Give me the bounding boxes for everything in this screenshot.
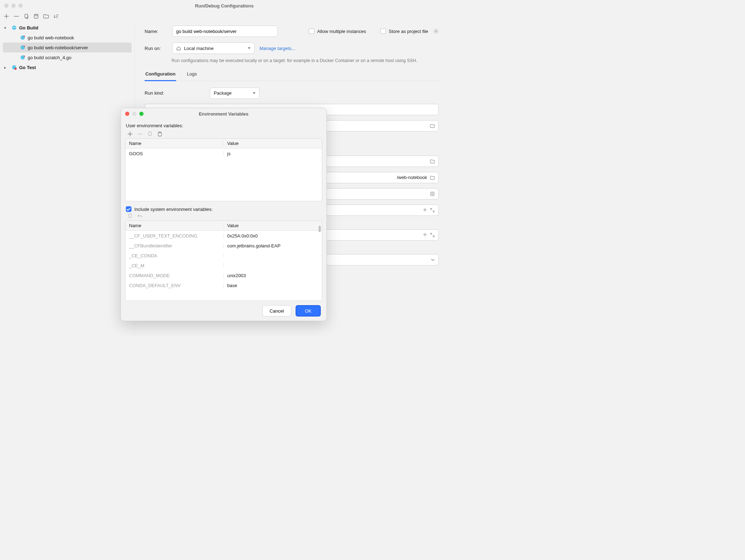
name-label: Name: — [145, 29, 167, 34]
cell-value: js — [224, 151, 322, 156]
tree-node-go-build[interactable]: ▾ Go Build — [3, 23, 131, 33]
expand-icon[interactable] — [430, 208, 435, 213]
chevron-down-icon[interactable]: ▾ — [4, 26, 9, 30]
user-env-table[interactable]: Name Value GOOS js — [125, 138, 322, 201]
run-on-value: Local machine — [184, 46, 214, 51]
cancel-button[interactable]: Cancel — [262, 305, 291, 317]
tree-label: Go Test — [19, 65, 36, 70]
copy-icon[interactable] — [127, 213, 133, 219]
save-icon[interactable] — [33, 13, 39, 19]
remove-icon[interactable] — [137, 131, 143, 137]
undo-icon[interactable] — [137, 213, 143, 219]
col-header-name: Name — [125, 141, 224, 146]
add-icon[interactable] — [423, 208, 427, 212]
allow-multiple-checkbox[interactable]: Allow multiple instances — [309, 28, 366, 34]
cell-name: _CE_CONDA — [125, 253, 224, 258]
tree-item[interactable]: go build scratch_4.go — [3, 52, 131, 62]
cell-value: 0x25A:0x0:0x0 — [224, 233, 322, 239]
store-project-label: Store as project file — [389, 29, 428, 34]
tab-configuration[interactable]: Configuration — [145, 69, 176, 81]
table-row[interactable]: __CFBundleIdentifiercom.jetbrains.goland… — [125, 241, 322, 251]
sys-env-table[interactable]: Name Value __CF_USER_TEXT_ENCODING0x25A:… — [125, 220, 322, 301]
remove-icon[interactable] — [13, 13, 19, 19]
store-project-checkbox[interactable]: Store as project file — [380, 28, 428, 34]
svg-rect-2 — [35, 15, 37, 16]
cell-value: base — [224, 283, 322, 288]
tree-item-label: go build web-notebook — [28, 35, 74, 40]
user-env-label: User environment variables: — [125, 122, 322, 130]
col-header-value: Value — [224, 141, 322, 146]
svg-point-10 — [15, 68, 17, 70]
dialog-traffic-lights[interactable] — [125, 112, 144, 116]
tab-logs[interactable]: Logs — [186, 69, 197, 81]
svg-point-4 — [13, 27, 14, 28]
folder-icon[interactable] — [430, 123, 435, 128]
run-kind-label: Run kind: — [145, 90, 205, 96]
cell-name: _CE_M — [125, 263, 224, 268]
run-on-select[interactable]: Local machine — [172, 43, 254, 54]
cell-name: __CFBundleIdentifier — [125, 243, 224, 248]
add-icon[interactable] — [4, 13, 9, 19]
run-on-label: Run on: — [145, 46, 167, 51]
gopher-icon — [11, 65, 17, 70]
svg-point-5 — [15, 27, 15, 28]
table-row[interactable]: COMMAND_MODEunix2003 — [125, 270, 322, 280]
table-row[interactable]: __CF_USER_TEXT_ENCODING0x25A:0x0:0x0 — [125, 231, 322, 241]
tree-item-label: go build scratch_4.go — [28, 55, 72, 60]
cell-value: unix2003 — [224, 273, 322, 278]
col-header-name: Name — [125, 223, 224, 228]
run-kind-select[interactable]: Package — [210, 88, 259, 99]
svg-rect-0 — [25, 14, 28, 18]
add-icon[interactable] — [423, 233, 427, 237]
working-dir-value: /web-notebook — [397, 175, 427, 180]
cell-name: CONDA_DEFAULT_ENV — [125, 283, 224, 288]
include-sys-checkbox[interactable]: Include system environment variables: — [125, 206, 322, 212]
paste-icon[interactable] — [157, 131, 163, 137]
gopher-icon — [20, 35, 26, 40]
run-on-help: Run configurations may be executed local… — [172, 57, 439, 64]
allow-multiple-label: Allow multiple instances — [317, 29, 366, 34]
dialog-title: Environment Variables — [199, 111, 248, 117]
cell-name: GOOS — [125, 151, 224, 156]
tree-item[interactable]: go build web-notebook — [3, 33, 131, 43]
gopher-icon — [11, 25, 17, 30]
gopher-icon — [20, 45, 26, 50]
tree-item-label: go build web-notebook/server — [28, 45, 88, 50]
name-input[interactable] — [172, 26, 278, 37]
tree-node-go-test[interactable]: ▸ Go Test — [3, 62, 131, 72]
col-header-value: Value — [224, 223, 322, 228]
tree-item[interactable]: go build web-notebook/server — [3, 43, 131, 52]
home-icon — [176, 46, 181, 51]
list-icon[interactable] — [430, 191, 435, 196]
include-sys-label: Include system environment variables: — [134, 207, 213, 212]
folder-icon[interactable] — [430, 175, 435, 180]
gopher-icon — [20, 55, 26, 60]
copy-icon[interactable] — [147, 131, 153, 137]
chevron-down-icon — [431, 258, 435, 262]
sort-icon[interactable] — [53, 13, 59, 19]
svg-rect-13 — [149, 132, 151, 135]
folder-icon[interactable] — [430, 159, 435, 164]
table-row[interactable]: _CE_M — [125, 261, 322, 270]
svg-rect-1 — [34, 15, 38, 18]
table-row[interactable]: GOOS js — [125, 149, 322, 158]
copy-icon[interactable] — [23, 13, 29, 19]
folder-icon[interactable] — [43, 13, 49, 19]
expand-icon[interactable] — [430, 233, 435, 237]
chevron-right-icon[interactable]: ▸ — [4, 66, 9, 69]
scrollbar[interactable] — [319, 226, 321, 232]
svg-point-11 — [435, 30, 437, 32]
ok-button[interactable]: OK — [296, 305, 321, 317]
add-icon[interactable] — [127, 131, 133, 137]
gear-icon[interactable] — [433, 28, 439, 34]
cell-value: com.jetbrains.goland-EAP — [224, 243, 322, 248]
env-vars-dialog: Environment Variables User environment v… — [121, 108, 327, 321]
config-tree: ▾ Go Build go build web-notebook go buil… — [0, 21, 135, 336]
table-row[interactable]: CONDA_DEFAULT_ENVbase — [125, 280, 322, 290]
cell-name: COMMAND_MODE — [125, 273, 224, 278]
manage-targets-link[interactable]: Manage targets... — [259, 46, 295, 51]
cell-name: __CF_USER_TEXT_ENCODING — [125, 233, 224, 239]
window-traffic-lights[interactable] — [4, 4, 23, 8]
run-kind-value: Package — [214, 90, 232, 96]
table-row[interactable]: _CE_CONDA — [125, 251, 322, 261]
